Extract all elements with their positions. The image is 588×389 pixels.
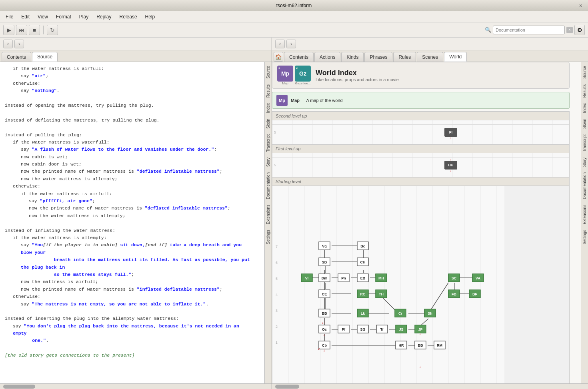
menu-play[interactable]: Play — [75, 13, 92, 21]
room-rm-label: RM — [437, 343, 442, 347]
row-label-4: 4 — [276, 293, 278, 297]
left-tabs-header: Contents Source — [0, 50, 272, 62]
room-hu-container: ↑ HU ↓ — [444, 161, 457, 170]
tab-contents-right[interactable]: Contents — [284, 52, 314, 62]
right-vtab-skein[interactable]: Skein — [582, 116, 588, 131]
code-editor[interactable]: if the water mattress is airfull: say "a… — [0, 62, 266, 383]
title-bar: tsosi-m62.inform × — [0, 0, 588, 11]
vtab-transcript[interactable]: Transcript — [265, 132, 271, 154]
vtab-extensions[interactable]: Extensions — [265, 202, 271, 227]
home-button[interactable]: 🏠 — [274, 52, 283, 62]
room-ch-label: CH — [360, 260, 366, 264]
section-first-level-up: First level up — [272, 144, 569, 153]
code-line — [5, 345, 252, 352]
right-vtab-source[interactable]: Source — [582, 64, 588, 81]
row-label-5a: 5 — [274, 130, 276, 134]
right-vtab-results[interactable]: Results — [582, 82, 588, 100]
room-rc-label: RC — [360, 292, 366, 296]
vtab-settings[interactable]: Settings — [265, 227, 271, 247]
vtab-source[interactable]: Source — [265, 64, 271, 81]
forward-button[interactable]: › — [14, 40, 24, 48]
code-line: [the old story gets connections to the p… — [5, 352, 252, 359]
tab-world[interactable]: World — [444, 52, 467, 62]
right-vtab-documentation[interactable]: Documentation — [582, 170, 588, 201]
vtab-documentation[interactable]: Documentation — [265, 170, 271, 201]
code-line: now the water mattress is allempty; — [5, 176, 252, 183]
right-vtab-strip: Source Results Index Skein Transcript St… — [581, 62, 588, 383]
code-line: if the water mattress is waterfull: — [5, 139, 252, 146]
code-line: if the water mattress is allempty: — [5, 234, 252, 241]
room-lk-label: Lk — [361, 311, 365, 315]
menu-view[interactable]: View — [34, 13, 52, 21]
right-scroll-thumb-h[interactable] — [275, 385, 299, 389]
code-line: say "air"; — [5, 72, 252, 80]
room-hr-label: HR — [399, 343, 404, 347]
map-container[interactable]: 1 Mp Map 2 Gz Gazettee... — [272, 62, 582, 383]
menu-format[interactable]: Format — [52, 13, 75, 21]
right-back-button[interactable]: ‹ — [275, 40, 285, 48]
vtab-skein[interactable]: Skein — [265, 116, 271, 131]
right-vtab-transcript[interactable]: Transcript — [582, 132, 588, 154]
row-label-2: 2 — [276, 325, 278, 329]
left-horizontal-scrollbar[interactable] — [0, 383, 272, 389]
menu-help[interactable]: Help — [141, 13, 159, 21]
tab-rules[interactable]: Rules — [393, 52, 416, 62]
tab-scenes[interactable]: Scenes — [417, 52, 443, 62]
room-fb-label: FB — [452, 292, 456, 296]
back-button[interactable]: ‹ — [3, 40, 13, 48]
left-scroll-thumb-h[interactable] — [3, 385, 35, 389]
close-button[interactable]: × — [577, 2, 585, 10]
right-vtab-extensions[interactable]: Extensions — [582, 202, 588, 227]
menu-replay[interactable]: Replay — [92, 13, 115, 21]
refresh-icon: ↻ — [50, 27, 55, 33]
right-horizontal-scrollbar[interactable] — [272, 383, 588, 389]
menu-file[interactable]: File — [2, 13, 17, 21]
vtab-story[interactable]: Story — [265, 155, 271, 169]
room-pl[interactable]: Pl — [444, 128, 457, 137]
tab-actions[interactable]: Actions — [314, 52, 340, 62]
right-vtab-story[interactable]: Story — [582, 155, 588, 169]
menu-bar: File Edit View Format Play Replay Releas… — [0, 11, 588, 22]
tab-kinds[interactable]: Kinds — [341, 52, 364, 62]
code-line: now the printed name of water mattress i… — [5, 168, 252, 175]
room-sg-label: SG — [360, 327, 365, 331]
left-nav: ‹ › — [0, 38, 272, 50]
first-level-up-grid: 5 ↑ HU ↓ — [272, 153, 569, 177]
menu-release[interactable]: Release — [116, 13, 141, 21]
code-line: if the water mattress is airfull: — [5, 65, 252, 72]
world-index-subtitle: Like locations, props and actors in a mo… — [316, 77, 399, 82]
row-label-1: 1 — [276, 341, 278, 345]
menu-edit[interactable]: Edit — [17, 13, 34, 21]
code-line: now cabin door is wet; — [5, 161, 252, 168]
row-label-5b: 5 — [274, 163, 276, 167]
room-hu[interactable]: HU — [444, 161, 457, 170]
settings-button[interactable]: ⚙ — [574, 25, 585, 35]
world-index-header: 1 Mp Map 2 Gz Gazettee... — [272, 62, 570, 89]
room-pf-label: Pf — [342, 327, 346, 331]
rewind-button[interactable]: ⏮ — [16, 25, 27, 35]
vtab-results[interactable]: Results — [265, 82, 271, 100]
toolbar: ▶ ⏮ ■ ↻ 🔍 × ⚙ — [0, 22, 588, 38]
code-line — [5, 219, 252, 227]
tab-source[interactable]: Source — [32, 52, 58, 62]
settings-icon: ⚙ — [577, 27, 582, 33]
starting-level-map: 7 6 5 4 3 2 1 — [272, 186, 504, 383]
tab-phrases[interactable]: Phrases — [364, 52, 392, 62]
tab-contents[interactable]: Contents — [2, 52, 31, 62]
row-label-3: 3 — [276, 309, 278, 313]
room-sb-label: SB — [322, 260, 327, 264]
right-vtab-settings[interactable]: Settings — [582, 227, 588, 247]
vtab-index[interactable]: Index — [265, 101, 271, 115]
right-forward-button[interactable]: › — [286, 40, 296, 48]
stop-button[interactable]: ■ — [29, 25, 40, 35]
play-button[interactable]: ▶ — [3, 25, 14, 35]
code-line: otherwise: — [5, 293, 252, 300]
refresh-button[interactable]: ↻ — [47, 25, 58, 35]
code-line: otherwise: — [5, 183, 252, 190]
search-icon: 🔍 — [485, 27, 491, 33]
search-clear-button[interactable]: × — [566, 27, 573, 33]
right-vtab-index[interactable]: Index — [582, 101, 588, 115]
line-jp-sh — [421, 319, 428, 325]
world-map: Second level up 5 Pl ↓ First level up 5 — [272, 111, 570, 383]
search-input[interactable] — [493, 26, 565, 34]
